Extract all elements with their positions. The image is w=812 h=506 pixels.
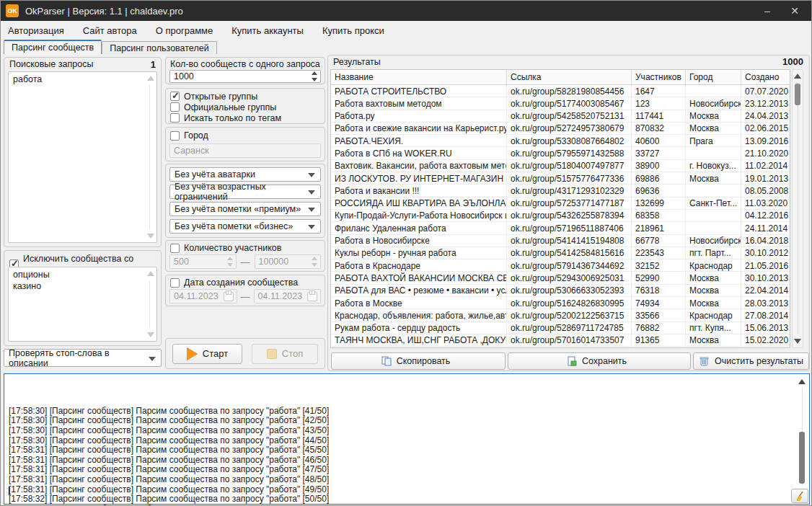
table-row[interactable]: Краснодар, объявления: работа, жилье,авт… [331,309,790,321]
table-row[interactable]: Рукам работа - сердцу радость ok.ru/grou… [331,322,790,334]
start-button[interactable]: Старт [172,344,242,364]
trash-icon [699,356,710,366]
scroll-down-icon[interactable] [147,234,154,239]
results-scrollbar[interactable] [792,69,803,348]
chevron-down-icon [308,173,315,177]
cell-link: ok.ru/group/57196511887406 [507,222,632,234]
spinner-down-icon[interactable] [312,78,317,81]
table-row[interactable]: РАБОТА СТРОИТЕЛЬСТВО ok.ru/group/5828198… [331,85,790,97]
clear-results-button[interactable]: Очистить результаты [693,352,809,370]
cell-link: ok.ru/group/53308087664802 [507,135,632,146]
stop-button[interactable]: Стоп [252,344,318,364]
title-bar: OK OkParser | Версия: 1.1 | chaldaev.pro… [1,1,812,21]
city-input[interactable]: Саранск [169,143,321,158]
scroll-down-icon[interactable] [147,332,154,337]
table-row[interactable]: РАБОТА.ЧЕХИЯ. ok.ru/group/53308087664802… [331,135,790,147]
per-query-spinner[interactable]: 1000 [169,70,321,83]
scroll-up-icon[interactable] [147,271,154,276]
menu-item[interactable]: Сайт автора [83,25,137,36]
minimize-button[interactable]: – [756,2,778,19]
calendar-icon[interactable] [224,292,234,301]
date-from-input[interactable]: 04.11.2023 [169,289,237,303]
tab-parse-communities[interactable]: Парсинг сообществ [4,40,102,54]
city-checkbox[interactable] [170,131,180,141]
cell-name: Фриланс Удаленная работа [331,222,507,234]
filter-checkbox-row[interactable]: Открытые группы [170,91,320,102]
cell-created: 23.12.2013 [741,97,789,109]
table-row[interactable]: Работа вахтовым методом ok.ru/group/5177… [331,97,790,110]
scroll-up-icon[interactable] [794,74,801,79]
members-min-spinner[interactable]: 500 [169,254,237,269]
filter-checkbox[interactable] [170,113,180,123]
table-row[interactable]: Работа и вакансии !!! ok.ru/group/431712… [331,185,790,197]
menu-item[interactable]: Купить прокси [322,25,384,36]
creation-date-checkbox[interactable] [170,278,180,288]
column-header-city[interactable]: Город [686,70,741,84]
date-to-input[interactable]: 04.11.2023 [254,289,322,303]
table-row[interactable]: Работа в Краснодаре ok.ru/group/57914367… [331,259,790,272]
tab-parse-users[interactable]: Парсинг пользователей [102,41,216,54]
table-row[interactable]: РАБОТА для ВАС • резюме • вакансии • усл… [331,285,790,297]
scrollbar-thumb[interactable] [799,432,805,484]
copy-button[interactable]: Скопировать [331,352,506,370]
members-max-spinner[interactable]: 100000 [255,254,322,269]
table-row[interactable]: РАБОТА ВАХТОЙ ВАКАНСИИ МОСКВА СЕВЕР ok.r… [331,272,790,284]
spinner-down-icon[interactable] [312,263,317,267]
table-row[interactable]: ТАЯНЧ МОСКВА, ИШ,СНГ РАБОТА ,ДОКУМЕН... … [331,334,790,347]
filter-dropdown[interactable]: Без учёта пометки «премиум» [169,202,321,216]
filter-dropdown[interactable]: Без учёта аватарки [169,167,321,182]
scroll-up-icon[interactable] [147,76,154,81]
queries-scrollbar[interactable] [145,74,155,241]
table-row[interactable]: Фриланс РАБОТА ОНЛАЙН ok.ru/group/447472… [331,347,790,347]
filter-checkbox[interactable] [170,102,180,112]
table-row[interactable]: Вахтовик. Вакансии, работа вахтовым мето… [331,160,790,172]
log-scrollbar[interactable] [796,376,808,502]
column-header-members[interactable]: Участников [632,70,686,84]
scroll-down-icon[interactable] [794,339,801,344]
spinner-down-icon[interactable] [227,263,233,267]
table-row[interactable]: Работа в СПб на WOKER.RU ok.ru/group/579… [331,147,790,159]
stopwords-scrollbar[interactable] [145,269,155,339]
table-row[interactable]: Купи-Продай-Услуги-Работа Новосибирск и … [331,210,790,222]
column-header-name[interactable]: Название [331,70,507,84]
filter-checkbox-row[interactable]: Искать только по тегам [170,112,320,123]
table-row[interactable]: Работа в Москве ok.ru/group/516248268309… [331,297,790,309]
table-row[interactable]: ИЗ ЛОСКУТОВ. РУ ИНТЕРНЕТ-МАГАЗИН (ручна.… [331,172,790,185]
save-button[interactable]: Сохранить [508,352,691,370]
table-row[interactable]: Работа в Новосибирске ok.ru/group/541414… [331,235,790,247]
stopword-mode-dropdown[interactable]: Проверять стоп-слова в описании [4,349,162,367]
scroll-up-icon[interactable] [798,379,806,384]
filter-checkbox-row[interactable]: Официальные группы [170,102,320,112]
column-header-link[interactable]: Ссылка [507,70,632,84]
clear-log-button[interactable] [791,489,808,503]
table-row[interactable]: Работа.ру ok.ru/group/54258520752131 117… [331,110,790,123]
ignore-filters-group: Без учёта аватарки Без учёта возрастных … [165,164,325,238]
search-queries-textarea[interactable]: работа [8,71,157,243]
filter-dropdown[interactable]: Без учёта возрастных ограничений [169,185,321,199]
filter-dropdown[interactable]: Без учёта пометки «бизнес» [169,219,321,234]
cell-city: Москва [686,123,741,134]
menu-item[interactable]: Купить аккаунты [231,25,304,36]
stop-words-textarea[interactable]: опционыказино [8,267,157,342]
close-button[interactable]: ✕ [784,2,806,19]
members-count-checkbox[interactable] [170,244,180,253]
table-row[interactable]: Фриланс Удаленная работа ok.ru/group/571… [331,222,790,234]
spinner-up-icon[interactable] [312,257,317,260]
log-textarea[interactable]: [17:58:30] [Парсинг сообществ] Парсим со… [4,373,810,505]
spinner-up-icon[interactable] [312,71,317,75]
filter-checkbox[interactable] [170,92,180,101]
chevron-down-icon [149,357,156,361]
calendar-icon[interactable] [307,292,317,301]
spinner-up-icon[interactable] [227,257,233,260]
menu-item[interactable]: Авторизация [8,25,64,36]
cell-link: ok.ru/group/52943006925031 [507,272,632,283]
scrollbar-thumb[interactable] [795,84,800,105]
cell-link: ok.ru/group/57914367344692 [507,259,632,271]
menu: АвторизацияСайт автораО программеКупить … [1,21,812,40]
menu-item[interactable]: О программе [156,25,213,36]
table-row[interactable]: РОССИЯДА ИШ КВАРТИРА ВА ЭЪЛОНЛАР. СН... … [331,197,790,210]
table-row[interactable]: Куклы реборн - ручная работа ok.ru/group… [331,247,790,259]
log-line: [17:58:30] [Парсинг сообществ] Парсим со… [9,436,790,446]
table-row[interactable]: Работа и свежие вакансии на Карьерист.ру… [331,123,790,135]
column-header-created[interactable]: Создано [741,70,789,84]
